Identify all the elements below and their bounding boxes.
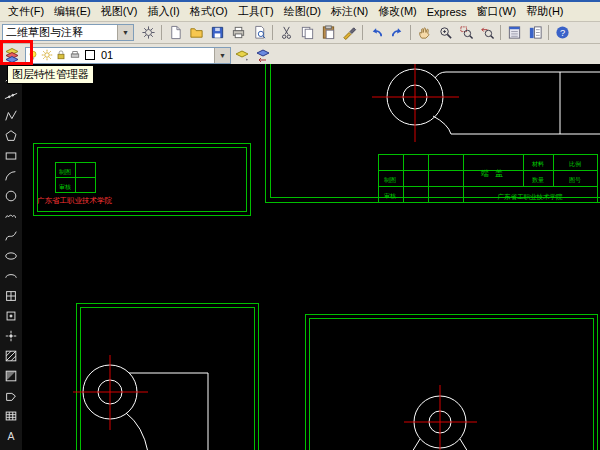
point-tool[interactable] <box>1 326 21 345</box>
plot-button[interactable] <box>228 23 248 42</box>
open-button[interactable] <box>186 23 206 42</box>
menu-help[interactable]: 帮助(H) <box>521 2 568 21</box>
magnifier-icon <box>438 25 453 40</box>
menu-edit[interactable]: 编辑(E) <box>49 2 96 21</box>
construction-line-icon <box>4 89 18 103</box>
polygon-tool[interactable] <box>1 126 21 145</box>
title-block-left-text: 制图 审核 <box>59 169 71 190</box>
arc-tool[interactable] <box>1 166 21 185</box>
gear-icon <box>141 25 156 40</box>
ellipse-tool[interactable] <box>1 246 21 265</box>
properties-icon <box>507 25 522 40</box>
label-drafter: 制图 <box>384 177 396 184</box>
table-tool[interactable] <box>1 406 21 425</box>
make-block-tool[interactable] <box>1 306 21 325</box>
layer-dropdown[interactable]: 01 ▼ <box>25 47 231 64</box>
autocad-window: 文件(F) 编辑(E) 视图(V) 插入(I) 格式(O) 工具(T) 绘图(D… <box>0 0 600 450</box>
arc-icon <box>4 169 18 183</box>
redo-button[interactable] <box>387 23 407 42</box>
new-file-icon <box>168 25 183 40</box>
layers-stack-icon <box>4 47 20 63</box>
drawing-area: A <box>0 64 600 450</box>
revision-cloud-tool[interactable] <box>1 206 21 225</box>
plot-preview-button[interactable] <box>249 23 269 42</box>
redo-icon <box>390 25 405 40</box>
multiline-text-icon: A <box>4 429 18 443</box>
plot-state-icon[interactable] <box>69 48 81 62</box>
region-tool[interactable] <box>1 386 21 405</box>
chevron-down-icon[interactable]: ▼ <box>117 25 133 40</box>
scissors-icon <box>279 25 294 40</box>
layer-name: 01 <box>98 49 214 61</box>
gradient-tool[interactable] <box>1 366 21 385</box>
rectangle-tool[interactable] <box>1 146 21 165</box>
layer-properties-button[interactable] <box>2 46 22 65</box>
match-properties-button[interactable] <box>339 23 359 42</box>
new-button[interactable] <box>165 23 185 42</box>
menu-tools[interactable]: 工具(T) <box>233 2 279 21</box>
table-icon <box>4 409 18 423</box>
palettes-icon <box>528 25 543 40</box>
revision-cloud-icon <box>4 209 18 223</box>
toolbar-separator <box>362 25 363 40</box>
circle-tool[interactable] <box>1 186 21 205</box>
zoom-realtime-button[interactable] <box>435 23 455 42</box>
menu-draw[interactable]: 绘图(D) <box>279 2 326 21</box>
zoom-previous-button[interactable] <box>477 23 497 42</box>
label-checker-left: 审核 <box>59 183 71 190</box>
menu-express[interactable]: Express <box>422 4 472 20</box>
workspace-dropdown[interactable]: 二维草图与注释 ▼ <box>2 24 134 41</box>
menu-file[interactable]: 文件(F) <box>3 2 49 21</box>
menu-view[interactable]: 视图(V) <box>96 2 143 21</box>
hand-icon <box>417 25 432 40</box>
layer-color-swatch[interactable] <box>85 50 95 60</box>
school-name-red: 广东省工职业技术学院 <box>37 196 113 205</box>
zoom-previous-icon <box>480 25 495 40</box>
bulb-icon[interactable] <box>27 48 39 62</box>
point-icon <box>4 329 18 343</box>
brush-icon <box>342 25 357 40</box>
undo-button[interactable] <box>366 23 386 42</box>
layer-previous-button[interactable] <box>253 46 273 65</box>
hatch-tool[interactable] <box>1 346 21 365</box>
menu-dimension[interactable]: 标注(N) <box>326 2 373 21</box>
part-geometry <box>83 69 600 450</box>
save-button[interactable] <box>207 23 227 42</box>
open-folder-icon <box>189 25 204 40</box>
label-drawing-no: 图号 <box>569 177 581 184</box>
help-button[interactable]: ? <box>552 23 572 42</box>
sun-icon[interactable] <box>41 48 53 62</box>
make-object-layer-current-button[interactable] <box>232 46 252 65</box>
chevron-down-icon[interactable]: ▼ <box>214 48 230 63</box>
spline-tool[interactable] <box>1 226 21 245</box>
paste-button[interactable] <box>318 23 338 42</box>
lock-icon[interactable] <box>55 48 67 62</box>
cut-button[interactable] <box>276 23 296 42</box>
label-checker: 审核 <box>384 192 396 199</box>
polygon-icon <box>4 129 18 143</box>
zoom-window-icon <box>459 25 474 40</box>
menu-insert[interactable]: 插入(I) <box>142 2 184 21</box>
tool-palettes-button[interactable] <box>525 23 545 42</box>
properties-palette-button[interactable] <box>504 23 524 42</box>
ellipse-arc-tool[interactable] <box>1 266 21 285</box>
construction-line-tool[interactable] <box>1 86 21 105</box>
pan-button[interactable] <box>414 23 434 42</box>
menu-format[interactable]: 格式(O) <box>185 2 233 21</box>
insert-block-tool[interactable] <box>1 286 21 305</box>
save-icon <box>210 25 225 40</box>
menu-window[interactable]: 窗口(W) <box>472 2 522 21</box>
zoom-window-button[interactable] <box>456 23 476 42</box>
gradient-icon <box>4 369 18 383</box>
toolbar-separator <box>410 25 411 40</box>
polyline-tool[interactable] <box>1 106 21 125</box>
spline-icon <box>4 229 18 243</box>
region-icon <box>4 389 18 403</box>
copy-button[interactable] <box>297 23 317 42</box>
polyline-icon <box>4 109 18 123</box>
drawing-canvas[interactable]: 端 盖 制图 审核 材料 数量 比例 图号 广东省工职业技术学院 制图 审核 广… <box>22 64 600 450</box>
menu-modify[interactable]: 修改(M) <box>373 2 422 21</box>
multiline-text-tool[interactable]: A <box>1 426 21 445</box>
workspace-settings-button[interactable] <box>138 23 158 42</box>
draw-toolbar: A <box>0 64 22 450</box>
